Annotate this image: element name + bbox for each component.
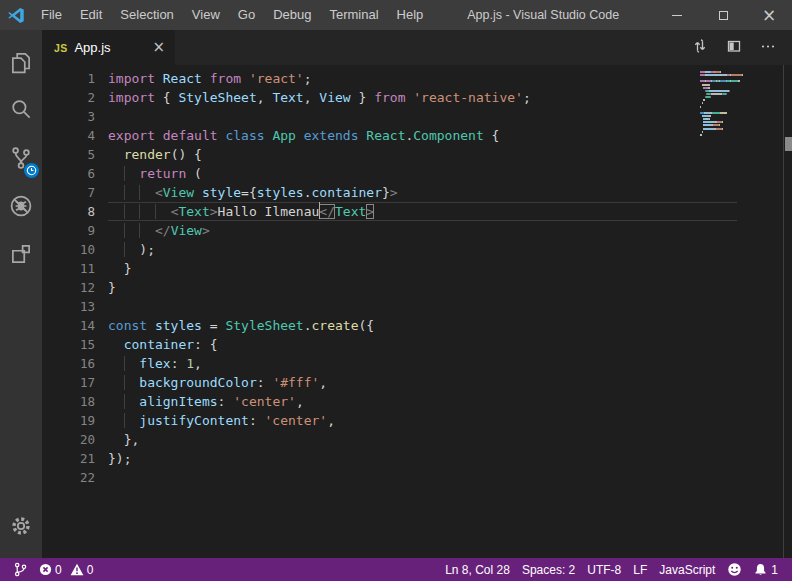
- code-text: [108, 297, 737, 316]
- problems-button[interactable]: 0 0: [33, 563, 99, 577]
- code-text: }: [108, 259, 737, 278]
- code-text: });: [108, 449, 737, 468]
- sidebar-item-source-control[interactable]: [0, 134, 42, 182]
- code-line[interactable]: 18 alignItems: 'center',: [42, 392, 792, 411]
- git-branch-button[interactable]: [8, 562, 33, 577]
- code-line[interactable]: 15 container: {: [42, 335, 792, 354]
- code-text: flex: 1,: [108, 354, 737, 373]
- code-line[interactable]: 19 justifyContent: 'center',: [42, 411, 792, 430]
- ellipsis-icon: [760, 38, 776, 54]
- minimap[interactable]: [700, 71, 780, 140]
- minimap-line: [700, 80, 780, 82]
- code-text: },: [108, 430, 737, 449]
- line-number: 16: [42, 354, 95, 373]
- code-line[interactable]: 22: [42, 468, 792, 487]
- split-editor-icon: [726, 38, 742, 54]
- line-number: 7: [42, 183, 95, 202]
- code-line[interactable]: 5 render() {: [42, 145, 792, 164]
- tab-label: App.js: [74, 40, 145, 55]
- code-lines: 1import React from 'react';2import { Sty…: [42, 69, 792, 487]
- code-line[interactable]: 7 <View style={styles.container}>: [42, 183, 792, 202]
- minimap-line: [700, 106, 780, 108]
- editor-group: JS App.js ×: [42, 30, 792, 558]
- tab-close-icon[interactable]: ×: [152, 40, 165, 55]
- minimize-button[interactable]: [654, 0, 700, 30]
- language-mode-button[interactable]: JavaScript: [653, 563, 721, 577]
- line-number: 19: [42, 411, 95, 430]
- close-icon: ×: [762, 7, 776, 24]
- code-text: }: [108, 278, 737, 297]
- code-line[interactable]: 12}: [42, 278, 792, 297]
- sidebar-item-debug[interactable]: [0, 182, 42, 230]
- editor-actions: [692, 30, 792, 65]
- menu-debug[interactable]: Debug: [264, 0, 320, 30]
- code-line[interactable]: 10 );: [42, 240, 792, 259]
- line-number: 17: [42, 373, 95, 392]
- menu-file[interactable]: File: [32, 0, 71, 30]
- menu-terminal[interactable]: Terminal: [320, 0, 387, 30]
- menu-view[interactable]: View: [183, 0, 229, 30]
- code-line[interactable]: 16 flex: 1,: [42, 354, 792, 373]
- close-button[interactable]: ×: [746, 0, 792, 30]
- code-text: </View>: [108, 221, 737, 240]
- minimap-line: [700, 131, 780, 133]
- line-number: 14: [42, 316, 95, 335]
- code-line[interactable]: 6 return (: [42, 164, 792, 183]
- cursor-position-button[interactable]: Ln 8, Col 28: [439, 563, 516, 577]
- menu-edit[interactable]: Edit: [71, 0, 111, 30]
- feedback-button[interactable]: [721, 562, 748, 577]
- git-branch-icon: [14, 562, 27, 577]
- code-line[interactable]: 4export default class App extends React.…: [42, 126, 792, 145]
- line-number: 10: [42, 240, 95, 259]
- code-editor[interactable]: 1import React from 'react';2import { Sty…: [42, 65, 792, 558]
- smiley-icon: [727, 562, 742, 577]
- code-line[interactable]: 8 <Text>Hallo Ilmenau</Text>: [42, 202, 792, 221]
- code-line[interactable]: 14const styles = StyleSheet.create({: [42, 316, 792, 335]
- menubar: FileEditSelectionViewGoDebugTerminalHelp: [32, 0, 432, 30]
- more-actions-button[interactable]: [760, 38, 776, 58]
- code-text: import { StyleSheet, Text, View } from '…: [108, 88, 737, 107]
- maximize-button[interactable]: [700, 0, 746, 30]
- sidebar-item-search[interactable]: [0, 86, 42, 134]
- line-number: 2: [42, 88, 95, 107]
- tab-appjs[interactable]: JS App.js ×: [42, 30, 175, 65]
- code-line[interactable]: 20 },: [42, 430, 792, 449]
- code-text: [108, 107, 737, 126]
- encoding-button[interactable]: UTF-8: [581, 563, 627, 577]
- minimap-line: [700, 128, 780, 130]
- code-line[interactable]: 1import React from 'react';: [42, 69, 792, 88]
- code-line[interactable]: 13: [42, 297, 792, 316]
- code-line[interactable]: 11 }: [42, 259, 792, 278]
- activity-bar: [0, 30, 42, 558]
- overview-ruler[interactable]: [783, 65, 792, 558]
- sidebar-item-extensions[interactable]: [0, 230, 42, 278]
- line-number: 1: [42, 69, 95, 88]
- sidebar-item-explorer[interactable]: [0, 38, 42, 86]
- minimap-line: [700, 93, 780, 95]
- menu-help[interactable]: Help: [388, 0, 433, 30]
- code-line[interactable]: 3: [42, 107, 792, 126]
- line-number: 15: [42, 335, 95, 354]
- menu-selection[interactable]: Selection: [111, 0, 182, 30]
- debug-icon: [8, 193, 34, 219]
- eol-button[interactable]: LF: [627, 563, 653, 577]
- code-line[interactable]: 2import { StyleSheet, Text, View } from …: [42, 88, 792, 107]
- code-line[interactable]: 17 backgroundColor: '#fff',: [42, 373, 792, 392]
- code-line[interactable]: 21});: [42, 449, 792, 468]
- line-number: 21: [42, 449, 95, 468]
- warning-icon: [70, 563, 84, 576]
- open-changes-icon: [692, 38, 708, 54]
- code-line[interactable]: 9 </View>: [42, 221, 792, 240]
- minimap-line: [700, 112, 780, 114]
- window-controls: ×: [654, 0, 792, 30]
- notifications-button[interactable]: 1: [748, 563, 784, 577]
- minimap-line: [700, 90, 780, 92]
- line-number: 18: [42, 392, 95, 411]
- line-number: 5: [42, 145, 95, 164]
- open-changes-button[interactable]: [692, 38, 708, 58]
- code-text: container: {: [108, 335, 737, 354]
- split-editor-button[interactable]: [726, 38, 742, 58]
- settings-button[interactable]: [0, 502, 42, 550]
- indentation-button[interactable]: Spaces: 2: [516, 563, 581, 577]
- menu-go[interactable]: Go: [229, 0, 264, 30]
